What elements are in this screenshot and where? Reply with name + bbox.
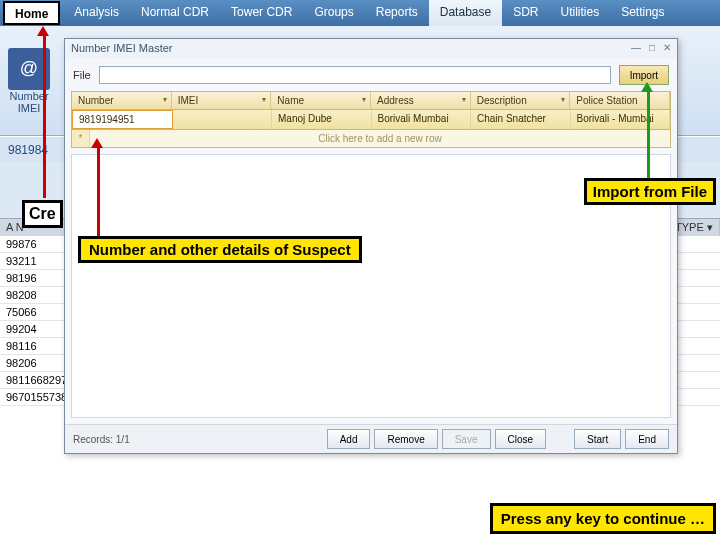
tab-database[interactable]: Database [429, 0, 502, 26]
col-police-station[interactable]: Police Station [570, 92, 670, 109]
arrow-red-details [97, 148, 100, 236]
minimize-icon[interactable]: — [631, 42, 641, 56]
add-button[interactable]: Add [327, 429, 371, 449]
cell-address[interactable]: Borivali Mumbai [372, 110, 472, 129]
col-name[interactable]: Name▾ [271, 92, 371, 109]
maximize-icon[interactable]: □ [649, 42, 655, 56]
annotation-cre: Cre [22, 200, 63, 228]
main-ribbon: Home Analysis Normal CDR Tower CDR Group… [0, 0, 720, 26]
tab-sdr[interactable]: SDR [502, 0, 549, 26]
filter-icon[interactable]: ▾ [362, 95, 366, 104]
table-row[interactable]: 9819194951 Manoj Dube Borivali Mumbai Ch… [71, 110, 671, 130]
annotation-number-details: Number and other details of Suspect [78, 236, 362, 263]
filter-icon[interactable]: ▾ [561, 95, 565, 104]
arrow-red-details-head [91, 138, 103, 148]
tab-groups[interactable]: Groups [303, 0, 364, 26]
arrow-red-home-head [37, 26, 49, 36]
add-new-row[interactable]: * Click here to add a new row [71, 130, 671, 148]
filter-icon[interactable]: ▾ [462, 95, 466, 104]
home-button[interactable]: Home [3, 1, 60, 25]
add-row-hint[interactable]: Click here to add a new row [90, 130, 670, 147]
filter-icon[interactable]: ▾ [163, 95, 167, 104]
annotation-import-from-file: Import from File [584, 178, 716, 205]
tab-tower-cdr[interactable]: Tower CDR [220, 0, 303, 26]
tab-utilities[interactable]: Utilities [550, 0, 611, 26]
start-button[interactable]: Start [574, 429, 621, 449]
remove-button[interactable]: Remove [374, 429, 437, 449]
annotation-press-any-key: Press any key to continue … [490, 503, 716, 534]
modal-toolbar: File Import [65, 59, 677, 91]
col-address[interactable]: Address▾ [371, 92, 471, 109]
modal-title-text: Number IMEI Master [71, 42, 172, 56]
close-icon[interactable]: ✕ [663, 42, 671, 56]
group-label-2: IMEI [18, 102, 41, 114]
tab-reports[interactable]: Reports [365, 0, 429, 26]
col-number[interactable]: Number▾ [72, 92, 172, 109]
col-imei[interactable]: IMEI▾ [172, 92, 272, 109]
cell-name[interactable]: Manoj Dube [272, 110, 372, 129]
cell-imei[interactable] [173, 110, 273, 129]
cell-description[interactable]: Chain Snatcher [471, 110, 571, 129]
modal-body-area [71, 154, 671, 418]
end-button[interactable]: End [625, 429, 669, 449]
record-counter: Records: 1/1 [73, 434, 130, 445]
tab-settings[interactable]: Settings [610, 0, 675, 26]
save-button[interactable]: Save [442, 429, 491, 449]
arrow-green-import [647, 92, 650, 178]
close-button[interactable]: Close [495, 429, 547, 449]
modal-titlebar: Number IMEI Master — □ ✕ [65, 39, 677, 59]
arrow-red-home [43, 36, 46, 198]
tab-normal-cdr[interactable]: Normal CDR [130, 0, 220, 26]
filter-icon[interactable]: ▾ [262, 95, 266, 104]
file-path-input[interactable] [99, 66, 611, 84]
modal-columns: Number▾ IMEI▾ Name▾ Address▾ Description… [71, 91, 671, 110]
filter-icon[interactable]: ▾ [707, 221, 713, 233]
file-label: File [73, 69, 91, 81]
add-row-star: * [72, 130, 90, 147]
cell-number[interactable]: 9819194951 [72, 110, 173, 129]
cell-police-station[interactable]: Borivali - Mumbai [571, 110, 671, 129]
arrow-green-import-head [641, 82, 653, 92]
modal-footer: Records: 1/1 Add Remove Save Close Start… [65, 424, 677, 453]
tab-analysis[interactable]: Analysis [63, 0, 130, 26]
col-description[interactable]: Description▾ [471, 92, 571, 109]
